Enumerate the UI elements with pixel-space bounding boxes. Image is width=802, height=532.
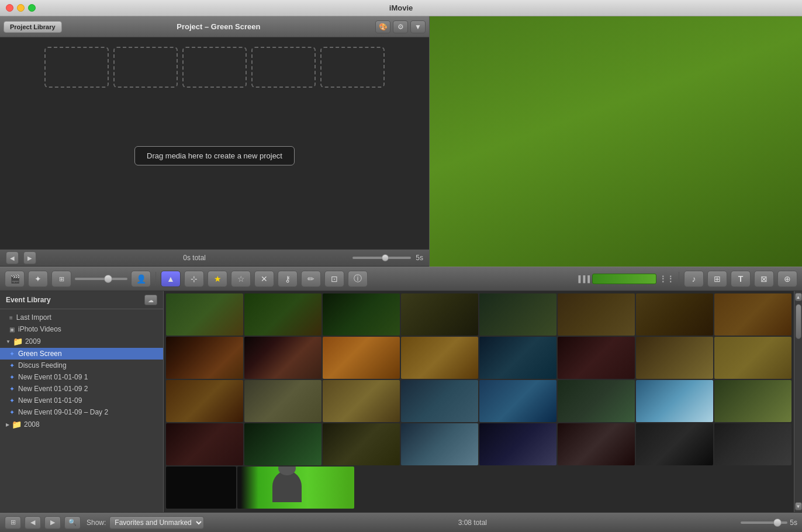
video-thumb[interactable]: [323, 423, 400, 465]
adjust-button[interactable]: ✏: [301, 271, 321, 287]
bottom-total: 3:08 total: [208, 519, 737, 527]
video-thumb[interactable]: [558, 293, 635, 336]
video-thumb[interactable]: [558, 380, 635, 422]
scroll-up-button[interactable]: ▲: [795, 293, 802, 301]
info-icon: ⓘ: [354, 274, 362, 284]
folder-icon: 📁: [12, 420, 22, 429]
play-back-button[interactable]: ◀: [25, 516, 41, 529]
person-tool-button[interactable]: ⊞: [51, 271, 71, 287]
video-thumb[interactable]: [636, 423, 713, 465]
project-icon-btn2[interactable]: ⚙: [393, 20, 408, 33]
title-button[interactable]: T: [731, 271, 751, 287]
sidebar-cloud-button[interactable]: ☁: [144, 295, 157, 305]
video-thumb[interactable]: [714, 337, 791, 379]
select-tool-button[interactable]: ▲: [161, 271, 181, 287]
video-thumb[interactable]: [323, 380, 400, 422]
video-grid[interactable]: [164, 291, 794, 512]
scroll-down-button[interactable]: ▼: [795, 502, 802, 510]
music-button[interactable]: ♪: [684, 271, 704, 287]
project-library-button[interactable]: Project Library: [4, 21, 62, 33]
video-thumb[interactable]: [636, 337, 713, 379]
sidebar-item-last-import[interactable]: ≡ Last Import: [0, 312, 163, 323]
person2-tool-button[interactable]: 👤: [131, 271, 151, 287]
project-icon-btn1[interactable]: 🎨: [375, 20, 390, 33]
video-thumb[interactable]: [479, 380, 556, 422]
maximize-button[interactable]: [28, 4, 36, 12]
timeline-slider-track[interactable]: [352, 257, 411, 259]
sidebar-item-new-event-1[interactable]: ✦ New Event 01-01-09 1: [0, 371, 163, 383]
photo-button[interactable]: ⊞: [707, 271, 727, 287]
star-full-button[interactable]: ★: [208, 271, 227, 287]
bottom-slider-track[interactable]: [741, 521, 787, 524]
video-thumb[interactable]: [244, 423, 322, 465]
video-thumb[interactable]: [323, 337, 400, 379]
star-empty-button[interactable]: ☆: [231, 271, 251, 287]
folder-label: 2009: [25, 337, 41, 346]
sidebar-item-new-event-0901[interactable]: ✦ New Event 09-01-09 – Day 2: [0, 406, 163, 418]
video-thumb[interactable]: [479, 337, 556, 379]
globe-button[interactable]: ⊕: [777, 271, 797, 287]
video-thumb[interactable]: [401, 293, 478, 336]
sidebar-item-green-screen[interactable]: ✦ Green Screen: [0, 348, 163, 360]
show-select[interactable]: Favorites and Unmarked All Clips Favorit…: [109, 516, 204, 529]
sidebar-content[interactable]: ≡ Last Import ▣ iPhoto Videos ▼ 📁 2009: [0, 309, 163, 512]
video-thumb[interactable]: [166, 337, 243, 379]
minimize-button[interactable]: [17, 4, 25, 12]
iphoto-icon: ▣: [9, 326, 15, 333]
sidebar-item-new-event-2[interactable]: ✦ New Event 01-01-09 2: [0, 383, 163, 395]
video-thumb[interactable]: [244, 380, 322, 422]
camera-tool-button[interactable]: 🎬: [5, 271, 25, 287]
timeline-duration: 0s total: [41, 254, 348, 262]
video-thumb[interactable]: [401, 423, 478, 465]
right-scrollbar[interactable]: ▲ ▼: [794, 291, 802, 512]
video-thumb[interactable]: [401, 337, 478, 379]
timeline-slider-thumb[interactable]: [382, 254, 389, 261]
project-dropdown-btn[interactable]: ▼: [410, 20, 426, 33]
video-thumb-green-screen[interactable]: [237, 467, 354, 509]
video-thumb[interactable]: [714, 423, 791, 465]
video-thumb[interactable]: [636, 380, 713, 422]
timeline-play-button[interactable]: ▶: [23, 251, 36, 264]
info-button[interactable]: ⓘ: [348, 271, 368, 287]
video-thumb[interactable]: [244, 337, 322, 379]
zoom-slider-thumb[interactable]: [104, 275, 112, 283]
video-thumb[interactable]: [166, 423, 243, 465]
timeline-bar: ◀ ▶ 0s total 5s: [0, 249, 429, 267]
transition-button[interactable]: ⊠: [754, 271, 774, 287]
more-icon[interactable]: ⋮⋮: [659, 274, 674, 284]
sidebar-item-new-event-0101[interactable]: ✦ New Event 01-01-09: [0, 395, 163, 406]
sidebar-folder-2009[interactable]: ▼ 📁 2009: [0, 335, 163, 348]
reject-button[interactable]: ✕: [254, 271, 274, 287]
keyword-button[interactable]: ⚷: [278, 271, 298, 287]
magnify-button[interactable]: 🔍: [64, 516, 81, 529]
sidebar-item-discus-feeding[interactable]: ✦ Discus Feeding: [0, 360, 163, 371]
sidebar-item-iphoto[interactable]: ▣ iPhoto Videos: [0, 323, 163, 335]
video-thumb[interactable]: [323, 293, 400, 336]
close-button[interactable]: [6, 4, 13, 12]
import-button[interactable]: ⊞: [5, 516, 21, 529]
video-thumb[interactable]: [714, 293, 791, 336]
video-thumb[interactable]: [166, 467, 236, 509]
zoom-slider-track[interactable]: [75, 278, 127, 280]
scroll-thumb[interactable]: [796, 304, 801, 339]
video-thumb[interactable]: [401, 380, 478, 422]
video-thumb[interactable]: [558, 423, 635, 465]
play-forward-button[interactable]: ▶: [44, 516, 61, 529]
bottom-slider-thumb[interactable]: [773, 519, 782, 527]
video-thumb[interactable]: [166, 380, 243, 422]
video-thumb[interactable]: [166, 293, 243, 336]
sidebar: Event Library ☁ ≡ Last Import ▣ iPhoto V…: [0, 291, 164, 512]
video-thumb[interactable]: [558, 337, 635, 379]
camera-icon: 🎬: [10, 274, 20, 284]
timeline-play-back-button[interactable]: ◀: [6, 251, 19, 264]
video-thumb[interactable]: [479, 423, 556, 465]
video-thumb[interactable]: [244, 293, 322, 336]
video-thumb[interactable]: [714, 380, 791, 422]
magic-tool-button[interactable]: ✦: [28, 271, 48, 287]
video-thumb[interactable]: [636, 293, 713, 336]
sidebar-item-label: New Event 01-01-09 1: [18, 373, 88, 381]
sidebar-folder-2008[interactable]: ▶ 📁 2008: [0, 418, 163, 431]
video-thumb[interactable]: [479, 293, 556, 336]
move-tool-button[interactable]: ⊹: [184, 271, 204, 287]
crop-button[interactable]: ⊡: [324, 271, 344, 287]
